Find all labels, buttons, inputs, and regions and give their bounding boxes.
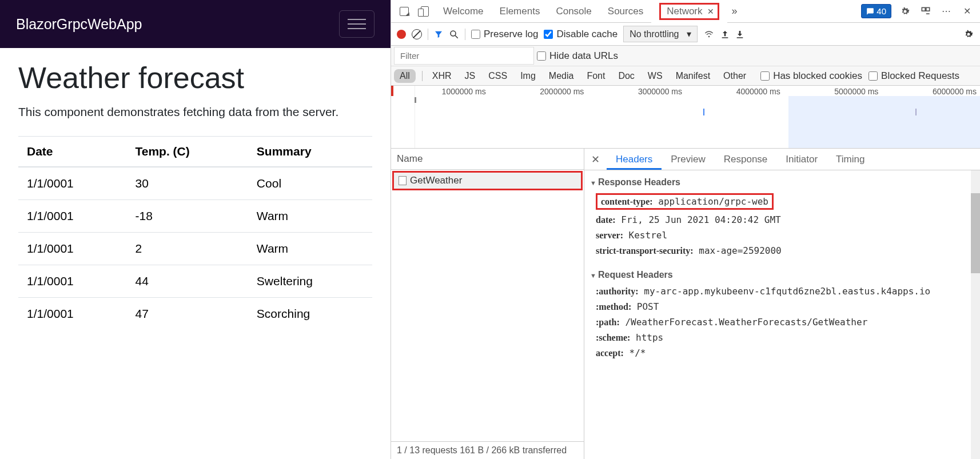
tab-sources[interactable]: Sources [600,2,651,21]
tab-welcome[interactable]: Welcome [435,2,492,21]
details-body: Response Headers content-type: applicati… [584,170,980,459]
preserve-log-checkbox[interactable]: Preserve log [471,29,538,40]
blocked-requests-label: Blocked Requests [881,70,959,82]
issues-badge[interactable]: 40 [861,4,891,18]
throttling-select[interactable]: No throttling ▾ [623,26,698,42]
filter-bar: Hide data URLs [391,46,980,66]
table-row: 1/1/000147Scorching [18,298,372,330]
close-tab-icon[interactable]: ✕ [707,7,714,16]
download-icon[interactable] [735,29,744,39]
request-list: Name GetWeather 1 / 13 requests 161 B / … [391,149,584,459]
cell-temp: -18 [126,200,248,233]
record-button[interactable] [397,30,406,39]
network-settings-icon[interactable] [963,29,974,40]
details-tab-preview[interactable]: Preview [662,149,714,170]
header-line: date: Fri, 25 Jun 2021 04:20:42 GMT [584,212,980,227]
svg-point-4 [709,36,710,37]
svg-rect-1 [926,7,930,11]
network-conditions-icon[interactable] [703,30,715,39]
type-ws[interactable]: WS [644,69,666,83]
devtools-panel: Welcome Elements Console Sources Network… [391,0,980,459]
cell-summary: Cool [248,167,372,200]
type-media[interactable]: Media [545,69,577,83]
type-js[interactable]: JS [461,69,479,83]
network-timeline[interactable]: 1000000 ms 2000000 ms 3000000 ms 4000000… [391,86,980,149]
tab-elements[interactable]: Elements [492,2,548,21]
cell-date: 1/1/0001 [18,167,126,200]
filter-toggle-icon[interactable] [434,30,443,39]
network-status-bar: 1 / 13 requests 161 B / 266 kB transferr… [391,441,584,459]
tl-label: 5000000 ms [784,87,882,96]
close-devtools-icon[interactable]: ✕ [961,5,973,18]
request-details: ✕ Headers Preview Response Initiator Tim… [584,149,980,459]
details-tabs: ✕ Headers Preview Response Initiator Tim… [584,149,980,170]
header-line: strict-transport-security: max-age=25920… [584,243,980,258]
settings-icon[interactable] [899,5,911,18]
type-doc[interactable]: Doc [615,69,638,83]
cell-temp: 30 [126,167,248,200]
details-tab-timing[interactable]: Timing [827,149,874,170]
type-css[interactable]: CSS [485,69,511,83]
tab-network[interactable]: Network ✕ [651,0,727,23]
cell-summary: Warm [248,233,372,265]
table-row: 1/1/00012Warm [18,233,372,265]
cell-summary: Sweltering [248,265,372,298]
close-details-icon[interactable]: ✕ [584,153,607,166]
details-tab-initiator[interactable]: Initiator [776,149,827,170]
clear-button[interactable] [412,29,422,39]
hamburger-button[interactable] [339,10,375,38]
type-img[interactable]: Img [517,69,539,83]
hide-data-urls-label: Hide data URLs [549,50,618,62]
tab-network-label: Network [667,6,702,17]
tl-label: 1000000 ms [391,87,489,96]
header-line: content-type: application/grpc-web [584,191,980,212]
filter-input[interactable] [394,47,534,65]
details-scrollbar[interactable] [971,170,980,459]
details-tab-response[interactable]: Response [715,149,777,170]
header-line: :method: POST [584,299,980,314]
header-line: :path: /WeatherForecast.WeatherForecasts… [584,314,980,330]
request-list-header[interactable]: Name [391,149,584,170]
preserve-log-label: Preserve log [484,29,538,40]
upload-icon[interactable] [720,29,730,39]
inspect-icon[interactable] [398,5,411,18]
svg-rect-0 [922,7,925,11]
chevron-down-icon: ▾ [687,29,691,39]
disable-cache-checkbox[interactable]: Disable cache [544,29,618,40]
header-line: :authority: my-arc-app.mykubeenv-c1fqutd… [584,284,980,299]
issues-count: 40 [877,6,886,16]
cell-temp: 44 [126,265,248,298]
customize-icon[interactable] [919,5,932,18]
tl-label: 4000000 ms [686,87,784,96]
table-row: 1/1/000144Sweltering [18,265,372,298]
has-blocked-cookies-checkbox[interactable]: Has blocked cookies [760,70,862,82]
type-manifest[interactable]: Manifest [672,69,714,83]
tl-label: 6000000 ms [882,87,980,96]
table-row: 1/1/0001-18Warm [18,200,372,233]
tab-console[interactable]: Console [548,2,599,21]
search-icon[interactable] [449,29,459,39]
type-xhr[interactable]: XHR [429,69,455,83]
type-font[interactable]: Font [583,69,608,83]
hide-data-urls-checkbox[interactable]: Hide data URLs [537,50,618,62]
app-brand[interactable]: BlazorGrpcWebApp [16,16,142,33]
col-date: Date [18,137,126,167]
details-tab-headers[interactable]: Headers [607,149,662,170]
svg-point-2 [451,31,456,36]
type-other[interactable]: Other [720,69,750,83]
request-headers-section[interactable]: Request Headers [584,266,980,284]
cell-date: 1/1/0001 [18,265,126,298]
type-all[interactable]: All [394,69,416,83]
more-tabs-icon[interactable]: » [727,5,742,17]
request-item-getweather[interactable]: GetWeather [392,171,583,190]
device-toggle-icon[interactable] [419,5,431,18]
response-headers-section[interactable]: Response Headers [584,174,980,191]
svg-line-3 [455,35,458,38]
header-line: server: Kestrel [584,227,980,243]
cell-temp: 47 [126,298,248,330]
col-summary: Summary [248,137,372,167]
blocked-requests-checkbox[interactable]: Blocked Requests [869,70,959,82]
more-icon[interactable]: ⋯ [940,5,953,18]
col-temp: Temp. (C) [126,137,248,167]
app-navbar: BlazorGrpcWebApp [0,0,391,48]
